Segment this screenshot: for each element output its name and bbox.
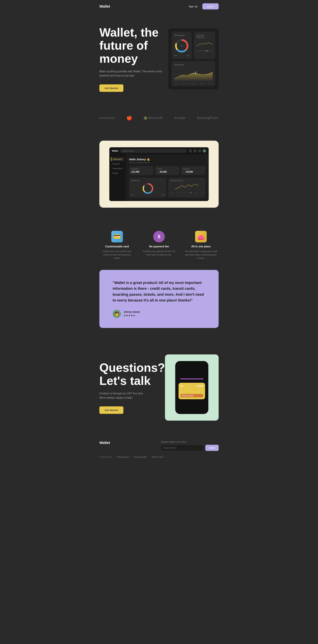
- testimonial-author: 🧑 Johnny Owens ★★★★★: [113, 310, 205, 318]
- mini-monthly-plan: Monthly plan 300: [129, 178, 166, 198]
- cookies-link[interactable]: Cookies policy: [134, 456, 147, 458]
- author-stars: ★★★★★: [124, 314, 140, 317]
- app-icon-1: [189, 149, 192, 152]
- partner-google: Google: [174, 116, 185, 120]
- app-bar: Wallet Search activity: [109, 147, 209, 154]
- feature-wallet-title: All in one place: [183, 245, 219, 248]
- sidebar-dashboard[interactable]: Dashboard: [111, 157, 124, 161]
- phone-inner: W. Primary Card: [175, 361, 208, 414]
- phone-card-label: Primary Card: [181, 394, 203, 397]
- app-top-icons: [189, 149, 206, 152]
- wallet-icon: 👛: [195, 231, 207, 242]
- app-window: Wallet Search activity Dashboard My goal…: [109, 147, 209, 201]
- monthly-plan-label: Monthly plan: [174, 34, 189, 36]
- feature-all-in-one: 👛 All in one place The right place to ke…: [183, 231, 219, 260]
- app-subtitle: Here is your report overview: [129, 162, 205, 164]
- author-name: Johnny Owens: [124, 310, 140, 313]
- expenses-label: Expenses: [183, 168, 203, 170]
- cta-title: Questions?Let's talk: [99, 361, 165, 387]
- hero-dashboard-card: Monthly plan 200 300: [168, 28, 219, 90]
- sidebar-mygoals[interactable]: My goals: [111, 162, 124, 166]
- mini-donut-labels: 300 200: [131, 194, 164, 196]
- author-avatar: 🧑: [113, 310, 121, 318]
- app-body: Dashboard My goals Transactions Budget H…: [109, 154, 209, 201]
- showcase-section: Wallet Search activity Dashboard My goal…: [0, 128, 318, 221]
- hero-title: Wallet, the future of money: [99, 26, 168, 65]
- mini-days: MONTUE WEDTHU FRISAT: [170, 192, 203, 194]
- hero-section: Wallet, the future of money Make anythin…: [0, 13, 318, 108]
- donut-labels: 300 200: [174, 55, 189, 56]
- hero-left: Wallet, the future of money Make anythin…: [99, 26, 168, 92]
- cta-button[interactable]: Get Started: [99, 406, 123, 414]
- newsletter-section: Updates right to your inbox Send: [161, 441, 219, 451]
- terms-link[interactable]: Terms of use: [152, 456, 163, 458]
- app-main-content: Hello Johnny 👋 Here is your report overv…: [126, 154, 209, 201]
- card-icon: 💳: [111, 231, 123, 242]
- income-label: Income: [157, 168, 178, 170]
- app-icon-2: [193, 149, 197, 152]
- spending-chart: [196, 40, 213, 50]
- mini-spending-freq: Spending frequency MONTUE WEDTHU FRISAT: [168, 178, 205, 198]
- app-sidebar: Dashboard My goals Transactions Budget: [109, 154, 126, 201]
- phone-card-letter: W.: [181, 385, 183, 387]
- nav-logo: Wallet: [99, 4, 110, 8]
- stats-row: My balance 121,00€ Income ▲ 64,00€ Expen…: [129, 166, 205, 175]
- freq-days: MON TUE WED THU FRI SAT: [196, 50, 213, 52]
- sidebar-budget[interactable]: Budget: [111, 171, 124, 175]
- weekly-plan-label: Weekly plan: [174, 64, 213, 66]
- hero-right: Monthly plan 200 300: [168, 28, 219, 90]
- balance-value: 121,00€: [131, 170, 152, 173]
- footer: Wallet Updates right to your inbox Send …: [0, 434, 318, 465]
- income-card: Income ▲ 64,00€: [155, 166, 180, 175]
- cta-left: Questions?Let's talk Contact us through …: [99, 361, 165, 414]
- balance-label: My balance: [131, 168, 152, 170]
- mini-spending-label: Spending frequency: [170, 180, 203, 181]
- donut-chart: 200: [174, 38, 189, 54]
- login-button[interactable]: Log In: [202, 3, 219, 10]
- partner-apple: 🍎: [127, 115, 132, 121]
- weekly-plan-card: Weekly plan: [172, 61, 215, 86]
- email-input[interactable]: [161, 445, 204, 451]
- spending-freq-label: Spending frequency: [196, 34, 213, 38]
- partner-microsoft: Microsoft: [144, 116, 162, 120]
- feature-wallet-desc: The right place to keep your credit and …: [184, 250, 217, 260]
- footer-logo: Wallet: [99, 441, 110, 445]
- feature-card-title: Customizable card: [99, 245, 135, 248]
- privacy-link[interactable]: Privacy policy: [117, 456, 129, 458]
- chip-dot-3: [201, 385, 203, 387]
- send-button[interactable]: Send: [205, 445, 219, 451]
- testimonial-quote: "Wallet is a great product! All of my mo…: [113, 280, 205, 303]
- feature-fee-title: No payment fee: [141, 245, 177, 248]
- svg-point-4: [195, 72, 196, 74]
- cta-desc: Contact us through our 24/7 live chat. W…: [99, 391, 165, 400]
- hero-cta-button[interactable]: Get Started: [99, 84, 123, 92]
- partner-accenture: accenture: [99, 116, 115, 120]
- spending-freq-card: Spending frequency MON TUE WED THU FRI S…: [194, 32, 215, 59]
- app-avatar: [203, 149, 206, 152]
- phone-mockup: W. Primary Card: [165, 354, 219, 420]
- testimonial-card: "Wallet is a great product! All of my mo…: [99, 270, 219, 328]
- partner-bearingpoint: BearingPoint.: [197, 116, 219, 120]
- app-search: Search activity: [120, 149, 187, 153]
- partners-section: accenture 🍎 Microsoft Google BearingPoin…: [0, 108, 318, 128]
- chip-dot-2: [199, 385, 201, 387]
- nav-actions: Sign Up Log In: [189, 3, 219, 10]
- signup-button[interactable]: Sign Up: [189, 5, 197, 8]
- feature-card-desc: Custom your own card for your exact inco…: [101, 250, 134, 260]
- cta-right: W. Primary Card: [165, 354, 219, 420]
- monthly-plan-card: Monthly plan 200 300: [172, 32, 192, 59]
- sidebar-transactions[interactable]: Transactions: [111, 166, 124, 170]
- author-info: Johnny Owens ★★★★★: [124, 310, 140, 317]
- footer-top: Wallet Updates right to your inbox Send: [99, 441, 219, 451]
- dashboard-grid: Monthly plan 200 300: [172, 32, 215, 86]
- balance-card: My balance 121,00€: [129, 166, 154, 175]
- weekly-chart: D AUG 21 AUG 22 AUG 23 AUG 24 AUG 25: [174, 67, 213, 84]
- app-greeting: Hello Johnny 👋: [129, 158, 205, 161]
- phone-card-wrapper: W. Primary Card: [179, 383, 205, 399]
- svg-text:D: D: [196, 71, 196, 72]
- phone-card-top: W.: [181, 385, 203, 387]
- chip-dot-1: [197, 385, 198, 387]
- navbar: Wallet Sign Up Log In: [0, 0, 318, 13]
- feature-fee-desc: Transfer your payment all over the world…: [142, 250, 176, 257]
- feature-no-payment-fee: $ No payment fee Transfer your payment a…: [141, 231, 177, 260]
